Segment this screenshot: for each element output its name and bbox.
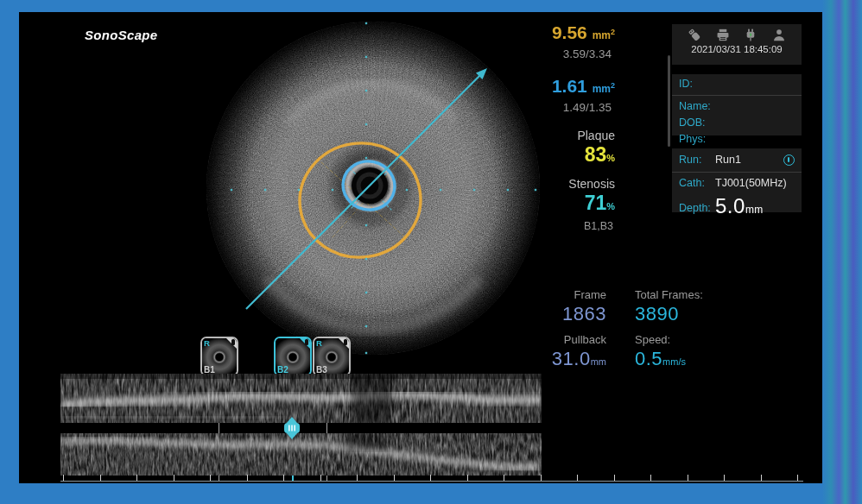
- frame-label: Frame: [492, 288, 606, 302]
- patient-dob-label: DOB:: [672, 115, 802, 131]
- run-label: Run:: [679, 153, 715, 167]
- total-frames-label: Total Frames:: [635, 288, 738, 302]
- run-selector[interactable]: Run: Run1: [672, 148, 802, 173]
- bookmark-pin-icon: [344, 339, 347, 345]
- plaque-value: 83%: [496, 143, 615, 169]
- totals-readout: Total Frames: 3890 Speed: 0.5mm/s: [635, 288, 738, 374]
- measurement-scrollbar[interactable]: [668, 55, 670, 147]
- speed-label: Speed:: [635, 333, 738, 347]
- info-icon[interactable]: [783, 154, 795, 166]
- depth-label: Depth:: [679, 201, 715, 215]
- bookmark-r-label: R: [204, 338, 210, 348]
- ivus-application-window: SonoScape: [0, 0, 862, 504]
- pullback-position-handle[interactable]: [281, 416, 303, 440]
- lumen-area-value: 1.61 mm2: [496, 74, 615, 100]
- datetime-stamp: 2021/03/31 18:45:09: [672, 44, 802, 54]
- tomographic-image[interactable]: [205, 20, 542, 356]
- bookmark-pin-icon: [305, 339, 308, 345]
- bookmark-pin-icon: [231, 339, 235, 345]
- stenosis-value: 71%: [496, 192, 615, 217]
- bookmark-thumbnail-b1[interactable]: R B1: [200, 337, 238, 376]
- user-icon[interactable]: [772, 28, 786, 41]
- power-icon[interactable]: [744, 28, 757, 41]
- bookmark-thumbnail-b2[interactable]: B2: [274, 337, 312, 376]
- main-content-area: SonoScape: [19, 12, 822, 483]
- pullback-distance: 31.0mm: [492, 347, 606, 374]
- patient-info-panel: ID: Name: DOB: Phys:: [672, 74, 802, 135]
- frame-readout: Frame 1863 Pullback 31.0mm: [492, 288, 606, 374]
- measurement-readouts: 9.56 mm2 3.59/3.34 1.61 mm2 1.49/1.35 Pl…: [496, 21, 615, 233]
- bookmark-thumbnail-b3[interactable]: R B3: [313, 337, 351, 376]
- system-status-panel: 2021/03/31 18:45:09: [672, 24, 802, 65]
- patient-id-label: ID:: [672, 74, 802, 96]
- lumen-diameters: 1.49/1.35: [496, 100, 615, 116]
- depth-value: 5.0mm: [715, 196, 764, 220]
- brand-logo: SonoScape: [85, 28, 157, 42]
- catheter-row: Cath: TJ001(50MHz): [672, 173, 802, 192]
- stenosis-reference-bookmarks: B1,B3: [496, 219, 615, 233]
- pullback-label: Pullback: [492, 333, 606, 347]
- run-info-panel: Run: Run1 Cath: TJ001(50MHz) Depth: 5.0m…: [672, 148, 802, 212]
- window-border-stripe: [822, 0, 862, 504]
- speed-value: 0.5mm/s: [635, 347, 738, 374]
- bookmark-r-label: R: [316, 338, 322, 348]
- run-value: Run1: [715, 153, 741, 167]
- vessel-area-value: 9.56 mm2: [496, 21, 615, 47]
- frame-number: 1863: [492, 302, 606, 326]
- vessel-diameters: 3.59/3.34: [496, 47, 615, 62]
- depth-row: Depth: 5.0mm: [672, 192, 802, 223]
- catheter-label: Cath:: [679, 176, 715, 190]
- patient-name-label: Name:: [672, 98, 802, 115]
- plaque-label: Plaque: [496, 128, 615, 143]
- pullback-ruler: [19, 473, 822, 483]
- stenosis-label: Stenosis: [496, 176, 615, 192]
- total-frames-number: 3890: [635, 302, 738, 326]
- printer-icon[interactable]: [716, 28, 730, 41]
- ruler-baseline: [60, 481, 803, 482]
- patient-phys-label: Phys:: [672, 131, 802, 148]
- usb-icon[interactable]: [688, 28, 701, 41]
- catheter-value: TJ001(50MHz): [715, 176, 787, 190]
